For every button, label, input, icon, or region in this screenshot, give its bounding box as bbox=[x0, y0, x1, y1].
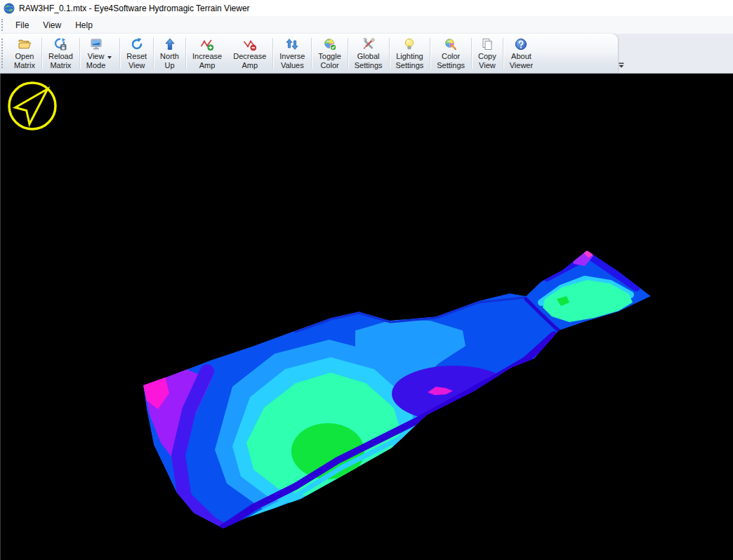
toolbar-separator bbox=[41, 38, 42, 69]
toolbar-overflow-icon bbox=[618, 62, 625, 69]
toggle-color-button[interactable]: ToggleColor bbox=[312, 34, 346, 73]
north-arrow-icon bbox=[6, 78, 58, 133]
toolbar-separator bbox=[79, 38, 80, 69]
north-up-button[interactable]: NorthUp bbox=[154, 34, 185, 73]
title-bar: RAW3HF_0.1.mtx - Eye4Software Hydromagic… bbox=[0, 0, 733, 16]
crossed-tools-icon bbox=[362, 37, 376, 51]
reload-icon bbox=[53, 37, 67, 51]
open-matrix-button[interactable]: OpenMatrix bbox=[8, 34, 41, 73]
toolbar-separator bbox=[119, 38, 120, 69]
terrain-viewport[interactable] bbox=[0, 74, 733, 560]
toolbar-separator bbox=[348, 38, 348, 69]
menu-view[interactable]: View bbox=[36, 18, 68, 32]
menu-help[interactable]: Help bbox=[68, 18, 100, 32]
toolbar-separator bbox=[272, 38, 273, 69]
terrain-svg bbox=[1, 74, 733, 560]
open-folder-icon bbox=[18, 37, 32, 51]
toolbar-grip[interactable] bbox=[1, 39, 6, 68]
view-mode-button[interactable]: ViewMode bbox=[81, 34, 119, 73]
toolbar-separator bbox=[471, 38, 472, 69]
light-bulb-icon bbox=[402, 37, 416, 51]
toolbar-separator bbox=[389, 38, 390, 69]
toolbar: OpenMatrix ReloadMatrix bbox=[0, 34, 618, 73]
menu-file[interactable]: File bbox=[8, 18, 36, 32]
reset-view-icon bbox=[130, 37, 144, 51]
inverse-values-icon bbox=[285, 37, 299, 51]
color-sphere-pencil-icon bbox=[444, 37, 458, 51]
monitor-icon bbox=[89, 37, 103, 51]
amplitude-increase-icon bbox=[200, 37, 214, 51]
reload-matrix-button[interactable]: ReloadMatrix bbox=[43, 34, 79, 73]
toolbar-overflow-button[interactable] bbox=[616, 60, 626, 70]
global-settings-button[interactable]: GlobalSettings bbox=[349, 34, 388, 73]
globe-icon bbox=[4, 3, 15, 14]
toolbar-strip: OpenMatrix ReloadMatrix bbox=[0, 34, 733, 74]
toolbar-separator bbox=[153, 38, 154, 69]
window-title: RAW3HF_0.1.mtx - Eye4Software Hydromagic… bbox=[19, 4, 250, 13]
lighting-settings-button[interactable]: LightingSettings bbox=[390, 34, 430, 73]
amplitude-decrease-icon bbox=[243, 37, 257, 51]
decrease-amp-button[interactable]: DecreaseAmp bbox=[227, 34, 272, 73]
toolbar-separator bbox=[430, 38, 430, 69]
color-settings-button[interactable]: ColorSettings bbox=[431, 34, 470, 73]
menu-bar: File View Help bbox=[0, 16, 733, 34]
toolbar-separator bbox=[311, 38, 312, 69]
about-viewer-button[interactable]: AboutViewer bbox=[504, 34, 539, 73]
increase-amp-button[interactable]: IncreaseAmp bbox=[187, 34, 227, 73]
toolbar-separator bbox=[503, 38, 503, 69]
inverse-values-button[interactable]: InverseValues bbox=[274, 34, 310, 73]
menubar-grip[interactable] bbox=[1, 19, 6, 32]
reset-view-button[interactable]: ResetView bbox=[121, 34, 152, 73]
copy-pages-icon bbox=[480, 37, 494, 51]
help-question-icon bbox=[514, 37, 528, 51]
north-up-arrow-icon bbox=[163, 37, 177, 51]
copy-view-button[interactable]: CopyView bbox=[473, 34, 502, 73]
view-mode-dropdown-arrow[interactable] bbox=[107, 56, 112, 59]
toolbar-separator bbox=[185, 38, 186, 69]
color-sphere-check-icon bbox=[323, 37, 337, 51]
